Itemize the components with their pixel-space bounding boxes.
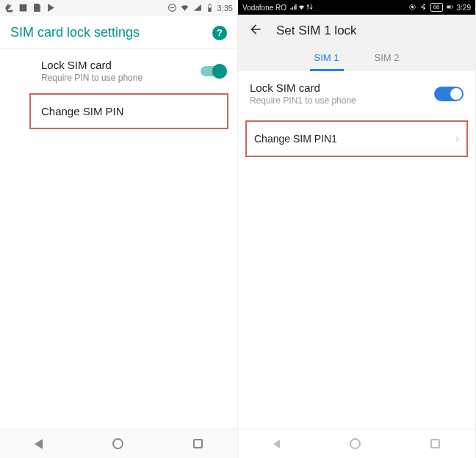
nav-bar — [238, 429, 475, 458]
svg-rect-8 — [452, 6, 453, 7]
battery-icon — [205, 3, 214, 14]
dnd-icon — [167, 3, 177, 14]
help-icon[interactable]: ? — [212, 26, 227, 40]
document-icon — [32, 3, 42, 14]
lock-sim-toggle[interactable] — [434, 87, 464, 101]
image-icon — [18, 3, 28, 14]
svg-rect-3 — [209, 4, 210, 4]
change-sim-pin-item[interactable]: Change SIM PIN1 › — [245, 120, 468, 157]
sim-tabs: SIM 1 SIM 2 — [238, 46, 475, 71]
carrier-label: Vodafone RO — [242, 4, 286, 12]
signal-icon — [289, 3, 298, 12]
recents-nav-icon[interactable] — [430, 439, 440, 448]
phone-right: Vodafone RO 66 3:29 — [238, 0, 476, 458]
wifi-icon — [298, 3, 306, 12]
play-icon — [46, 3, 56, 14]
status-time: 3:29 — [457, 4, 471, 12]
svg-rect-7 — [447, 6, 450, 8]
back-arrow-icon — [248, 22, 263, 37]
chevron-right-icon: › — [455, 132, 459, 145]
eye-comfort-icon — [408, 3, 416, 12]
lock-sim-title: Lock SIM card — [250, 81, 434, 94]
signal-icon — [192, 3, 202, 14]
nav-bar — [0, 429, 237, 458]
lock-sim-item[interactable]: Lock SIM card Require PIN to use phone — [0, 48, 237, 93]
status-time: 3:35 — [217, 4, 233, 12]
back-button[interactable] — [248, 22, 263, 39]
bluetooth-icon — [419, 3, 428, 12]
svg-point-5 — [411, 5, 414, 8]
svg-rect-4 — [208, 4, 210, 7]
change-sim-pin-title: Change SIM PIN1 — [254, 133, 455, 145]
change-sim-pin-item[interactable]: Change SIM PIN — [29, 93, 228, 129]
lock-sim-subtitle: Require PIN to use phone — [41, 73, 201, 83]
recents-nav-icon[interactable] — [193, 439, 203, 448]
tab-sim1[interactable]: SIM 1 — [310, 46, 344, 71]
data-icon — [306, 3, 314, 12]
lock-sim-title: Lock SIM card — [41, 59, 201, 71]
wifi-icon — [180, 3, 190, 14]
app-header: SIM card lock settings ? — [0, 16, 237, 48]
page-title: Set SIM 1 lock — [276, 23, 357, 38]
change-sim-pin-title: Change SIM PIN — [41, 105, 217, 117]
svg-rect-1 — [170, 7, 173, 7]
lock-sim-toggle[interactable] — [201, 66, 226, 76]
lock-sim-subtitle: Require PIN1 to use phone — [250, 95, 434, 106]
home-nav-icon[interactable] — [112, 438, 123, 449]
battery-icon — [446, 3, 454, 12]
home-nav-icon[interactable] — [350, 438, 361, 449]
page-title: SIM card lock settings — [10, 25, 212, 40]
lock-sim-item[interactable]: Lock SIM card Require PIN1 to use phone — [238, 71, 475, 116]
tab-sim2[interactable]: SIM 2 — [370, 46, 404, 71]
back-nav-icon[interactable] — [273, 440, 280, 448]
drive-icon — [4, 3, 14, 14]
app-header: Set SIM 1 lock — [238, 15, 475, 46]
back-nav-icon[interactable] — [35, 439, 43, 449]
status-bar: 3:35 — [0, 0, 237, 16]
status-bar: Vodafone RO 66 3:29 — [238, 0, 475, 15]
phone-left: 3:35 SIM card lock settings ? Lock SIM c… — [0, 0, 238, 458]
battery-level: 66 — [430, 3, 443, 12]
settings-list: Lock SIM card Require PIN to use phone C… — [0, 48, 237, 129]
